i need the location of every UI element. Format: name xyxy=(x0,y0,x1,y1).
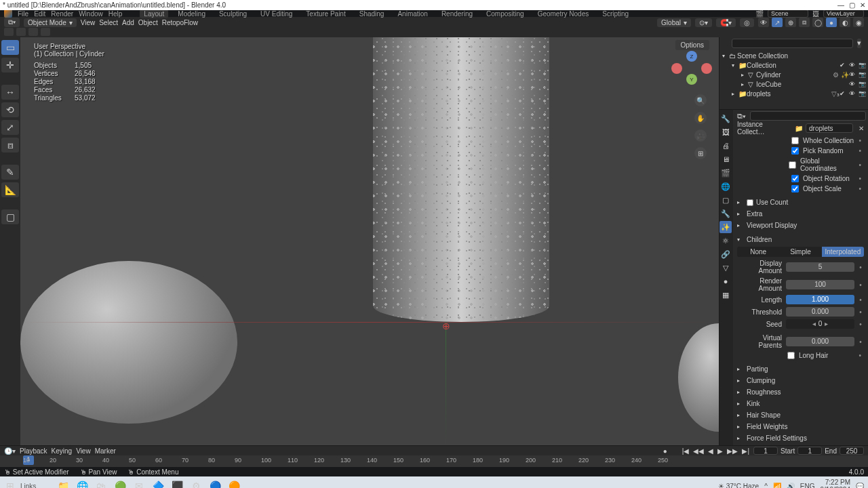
timeline-editor-icon[interactable]: 🕒▾ xyxy=(4,447,16,455)
tab-uv[interactable]: UV Editing xyxy=(256,9,296,18)
tab-sculpting[interactable]: Sculpting xyxy=(215,9,251,18)
tool-move[interactable]: ↔ xyxy=(1,85,19,100)
prop-tab-output[interactable]: 🖨 xyxy=(719,140,732,152)
task-vscode-icon[interactable]: 🔷 xyxy=(151,479,165,488)
orientation-dropdown[interactable]: Global▾ xyxy=(657,18,691,27)
prop-tab-material[interactable]: ● xyxy=(719,275,732,287)
prop-tab-world[interactable]: 🌐 xyxy=(719,180,732,192)
tab-compositing[interactable]: Compositing xyxy=(482,9,528,18)
tool-transform[interactable]: ⧈ xyxy=(1,138,19,152)
current-frame[interactable] xyxy=(753,447,778,455)
outliner-item-droplets[interactable]: ▸📁droplets▽₃✔👁📷 xyxy=(719,89,868,98)
tab-modeling[interactable]: Modeling xyxy=(174,9,210,18)
wire-shading-icon[interactable]: ◯ xyxy=(812,18,823,27)
gizmo-icon[interactable]: ↗ xyxy=(772,18,783,27)
outliner-filter-icon[interactable]: ▾ xyxy=(857,39,861,48)
visibility-icon[interactable]: 👁 xyxy=(758,18,769,27)
nav-gizmo[interactable]: Z Y xyxy=(671,51,712,92)
jump-end-icon[interactable]: ▶| xyxy=(742,447,749,455)
prop-tab-viewlayer[interactable]: 🖥 xyxy=(719,153,732,165)
tab-scripting[interactable]: Scripting xyxy=(598,9,633,18)
outliner-item-icecube[interactable]: ▸▽IceCube👁📷 xyxy=(719,79,868,89)
axis-x-icon[interactable] xyxy=(701,63,712,74)
menu-window[interactable]: Window xyxy=(79,10,103,18)
prop-tab-particles[interactable]: ✨ xyxy=(719,221,732,233)
seed-value[interactable]: ◂0▸ xyxy=(786,319,854,329)
hdr-object[interactable]: Object xyxy=(138,19,158,26)
display-amount-value[interactable]: 5 xyxy=(786,262,854,272)
axis-y-icon[interactable]: Y xyxy=(686,74,697,85)
play-rev-icon[interactable]: ◀ xyxy=(708,447,713,455)
tab-shading[interactable]: Shading xyxy=(355,9,389,18)
outliner-item-cylinder[interactable]: ▸▽Cylinder⚙ ✨👁📷 xyxy=(719,70,868,79)
min-button[interactable]: — xyxy=(835,1,846,9)
panel-parting[interactable]: ▸Parting xyxy=(734,363,867,375)
panel-clumping[interactable]: ▸Clumping xyxy=(734,375,867,386)
prop-tab-render[interactable]: 🖼 xyxy=(719,126,732,138)
children-tab-interpolated[interactable]: Interpolated xyxy=(822,247,864,257)
xray-icon[interactable]: ⧈ xyxy=(799,18,810,27)
tab-rendering[interactable]: Rendering xyxy=(437,9,477,18)
task-store-icon[interactable]: 🛍 xyxy=(94,479,108,488)
length-value[interactable]: 1.000 xyxy=(786,295,854,304)
prop-tab-constraints[interactable]: 🔗 xyxy=(719,248,732,260)
panel-use-count[interactable]: ▸Use Count xyxy=(734,197,867,208)
timeline-ruler[interactable]: 1 10203040506070809010011012013014015016… xyxy=(0,455,868,467)
volume-icon[interactable]: 🔊 xyxy=(787,483,795,489)
clear-collection-icon[interactable]: ✕ xyxy=(859,125,864,132)
end-frame[interactable] xyxy=(840,447,864,455)
tab-animation[interactable]: Animation xyxy=(393,9,431,18)
menu-edit[interactable]: Edit xyxy=(34,10,45,18)
tool-add-cube[interactable]: ▢ xyxy=(1,209,19,224)
prop-tab-data[interactable]: ▽ xyxy=(719,262,732,274)
proportional-toggle[interactable]: ◎ xyxy=(740,18,754,27)
prop-tab-texture[interactable]: ▦ xyxy=(719,289,732,301)
tool-select-box[interactable]: ▭ xyxy=(1,40,19,55)
keyframe-prev-icon[interactable]: ◀◀ xyxy=(693,447,704,455)
blender-logo-icon[interactable] xyxy=(4,9,12,18)
threshold-value[interactable]: 0.000 xyxy=(786,307,854,317)
viewlayer-input[interactable] xyxy=(823,9,864,18)
panel-extra[interactable]: ▸Extra xyxy=(734,208,867,220)
jump-start-icon[interactable]: |◀ xyxy=(682,447,690,455)
tab-texture[interactable]: Texture Paint xyxy=(302,9,349,18)
lang-indicator[interactable]: ENG xyxy=(800,483,815,489)
axis-z-icon[interactable]: Z xyxy=(686,51,697,62)
tool-rotate[interactable]: ⟲ xyxy=(1,102,19,117)
menu-render[interactable]: Render xyxy=(51,10,73,18)
editor-type[interactable]: ⧉▾ xyxy=(4,18,20,27)
tab-geonodes[interactable]: Geometry Nodes xyxy=(534,9,593,18)
hdr-retopo[interactable]: RetopoFlow xyxy=(162,19,198,26)
virtual-parents-value[interactable]: 0.000 xyxy=(786,337,854,346)
panel-hair-shape[interactable]: ▸Hair Shape xyxy=(734,409,867,421)
start-button[interactable]: ⊞ xyxy=(4,480,16,488)
panel-viewport-display[interactable]: ▸Viewport Display xyxy=(734,220,867,231)
axis-neg-x-icon[interactable] xyxy=(671,63,682,74)
weather[interactable]: ☀ 37°C Haze xyxy=(718,483,759,489)
overlay-icon[interactable]: ⊕ xyxy=(785,18,796,27)
task-app2-icon[interactable]: 🔵 xyxy=(208,479,222,488)
select-mode-2[interactable] xyxy=(16,28,26,36)
taskbar-search[interactable]: Links xyxy=(20,483,52,489)
prop-tab-tool[interactable]: 🔧 xyxy=(719,113,732,125)
prop-tab-modifiers[interactable]: 🔧 xyxy=(719,207,732,220)
timeline-marker[interactable]: Marker xyxy=(95,447,116,455)
notifications-icon[interactable]: 💬 xyxy=(856,483,864,489)
tool-cursor[interactable]: ✛ xyxy=(1,58,19,73)
select-mode-1[interactable] xyxy=(4,28,14,36)
task-app-icon[interactable]: ⬛ xyxy=(170,479,184,488)
close-button[interactable]: ✕ xyxy=(857,1,868,9)
viewport-3d[interactable]: ⊕ User Perspective (1) Collection | Cyli… xyxy=(20,37,719,445)
solid-shading-icon[interactable]: ● xyxy=(826,18,837,27)
tool-annotate[interactable]: ✎ xyxy=(1,165,19,180)
zoom-icon[interactable]: 🔍 xyxy=(694,94,707,106)
select-mode-3[interactable] xyxy=(28,28,38,36)
timeline-playback[interactable]: Playback xyxy=(20,447,47,455)
tab-layout[interactable]: Layout xyxy=(140,9,168,18)
pan-icon[interactable]: ✋ xyxy=(694,112,707,124)
menu-file[interactable]: File xyxy=(18,10,28,18)
timeline-keying[interactable]: Keying xyxy=(52,447,73,455)
tool-scale[interactable]: ⤢ xyxy=(1,120,19,135)
long-hair-checkbox[interactable] xyxy=(787,352,795,359)
timeline-view[interactable]: View xyxy=(76,447,91,455)
